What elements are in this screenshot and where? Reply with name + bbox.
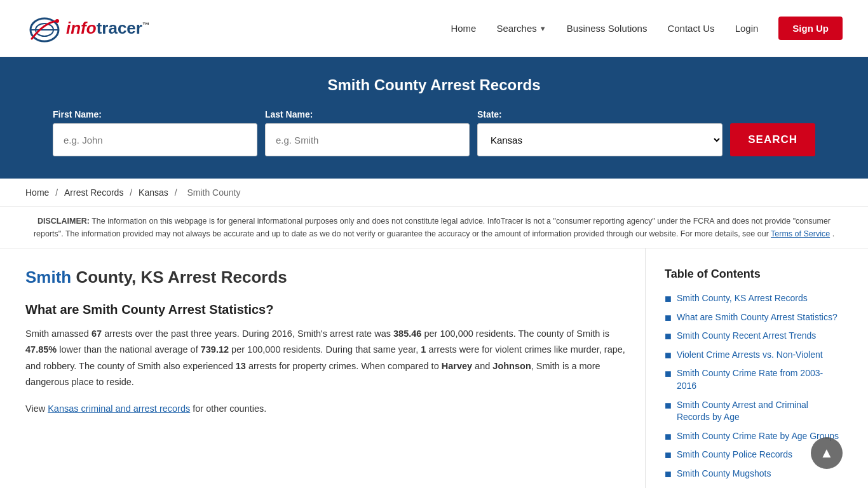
main-content: Smith County, KS Arrest Records What are… [0,248,868,488]
kansas-records-link[interactable]: Kansas criminal and arrest records [48,403,190,414]
stats-paragraph: Smith amassed 67 arrests over the past t… [25,326,626,391]
search-form: First Name: Last Name: State: Kansas Ala… [53,109,815,156]
toc-item: ■ What are Smith County Arrest Statistic… [665,311,843,324]
disclaimer-text: The information on this webpage is for g… [34,217,831,238]
chevron-down-icon: ▼ [539,25,546,32]
p1-bold4: 739.12 [201,344,229,355]
p1-text7: arrests for property crimes. When compar… [246,361,442,371]
p1-text1: Smith amassed [25,329,92,339]
last-name-label: Last Name: [265,109,470,119]
toc-item: ■ Smith County, KS Arrest Records [665,292,843,305]
last-name-input[interactable] [265,123,470,156]
logo-icon [25,10,64,48]
p1-text3: per 100,000 residents. The county of Smi… [421,329,609,339]
toc-bullet-icon: ■ [665,468,672,480]
breadcrumb-sep1: / [55,187,60,198]
nav-contact[interactable]: Contact Us [667,23,714,34]
toc-item: ■ Smith County Arrest and Criminal Recor… [665,399,843,424]
header: infotracer™ Home Searches ▼ Business Sol… [0,0,868,57]
p1-bold2: 385.46 [393,329,421,339]
toc-bullet-icon: ■ [665,293,672,304]
p1-bold8: Johnson [492,361,531,371]
logo-label: infotracer™ [66,18,149,38]
toc-bullet-icon: ■ [665,312,672,323]
search-button[interactable]: SEARCH [730,123,815,156]
last-name-group: Last Name: [265,109,470,156]
article-title-highlight: Smith [25,268,71,287]
toc-link[interactable]: Smith County Crime Rate from 2003-2016 [677,367,843,392]
toc-item: ■ Smith County Crime Rate from 2003-2016 [665,367,843,392]
toc-title: Table of Contents [665,268,843,281]
disclaimer-label: DISCLAIMER: [37,217,90,226]
p1-text4: lower than the national average of [57,344,201,355]
breadcrumb-sep3: / [175,187,180,198]
breadcrumb-arrest-records[interactable]: Arrest Records [64,187,123,198]
view-suffix: for other counties. [190,403,266,414]
toc-bullet-icon: ■ [665,349,672,361]
p1-bold1: 67 [92,329,102,339]
toc-link[interactable]: Smith County Recent Arrest Trends [677,330,816,342]
toc-bullet-icon: ■ [665,368,672,379]
main-nav: Home Searches ▼ Business Solutions Conta… [451,17,843,40]
view-link-paragraph: View Kansas criminal and arrest records … [25,401,626,417]
breadcrumb-home[interactable]: Home [25,187,49,198]
disclaimer: DISCLAIMER: The information on this webp… [0,207,868,248]
state-label: State: [477,109,722,119]
article-title-rest: County, KS Arrest Records [71,268,287,287]
nav-home[interactable]: Home [451,23,476,34]
nav-searches-link[interactable]: Searches [496,23,536,34]
view-prefix: View [25,403,48,414]
state-select[interactable]: Kansas Alabama Alaska Arizona California… [477,123,722,156]
first-name-input[interactable] [53,123,257,156]
signup-button[interactable]: Sign Up [778,17,843,40]
p1-bold7: Harvey [442,361,472,371]
disclaimer-suffix: . [832,229,834,238]
toc-link[interactable]: Smith County, KS Arrest Records [677,292,808,305]
p1-text8: and [472,361,492,371]
toc-bullet-icon: ■ [665,330,672,342]
toc-link[interactable]: Smith County Crime Rate by Age Groups [677,430,839,443]
p1-text5: per 100,000 residents. During that same … [229,344,421,355]
svg-point-3 [55,19,59,23]
toc-link[interactable]: Violent Crime Arrests vs. Non-Violent [677,349,823,362]
toc-item: ■ Violent Crime Arrests vs. Non-Violent [665,349,843,362]
toc-link[interactable]: Smith County Police Records [677,449,792,461]
first-name-label: First Name: [53,109,257,119]
toc-link[interactable]: Smith County Arrest and Criminal Records… [677,399,843,424]
p1-bold3: 47.85% [25,344,57,355]
breadcrumb-sep2: / [130,187,135,198]
login-button[interactable]: Login [735,23,759,34]
toc-bullet-icon: ■ [665,400,672,411]
article-title: Smith County, KS Arrest Records [25,268,626,287]
breadcrumb: Home / Arrest Records / Kansas / Smith C… [0,179,868,207]
toc-item: ■ Smith County Recent Arrest Trends [665,330,843,342]
hero-title: Smith County Arrest Records [25,76,843,94]
toc-item: ■ Smith County Mugshots [665,468,843,480]
p1-bold6: 13 [236,361,246,371]
first-name-group: First Name: [53,109,257,156]
p1-text2: arrests over the past three years. Durin… [102,329,393,339]
scroll-to-top-button[interactable]: ▲ [811,437,843,469]
logo: infotracer™ [25,10,149,48]
stats-heading: What are Smith County Arrest Statistics? [25,302,626,317]
toc-bullet-icon: ■ [665,449,672,461]
toc-link[interactable]: Smith County Mugshots [677,468,771,480]
breadcrumb-smith-county: Smith County [187,187,240,198]
state-group: State: Kansas Alabama Alaska Arizona Cal… [477,109,722,156]
hero-section: Smith County Arrest Records First Name: … [0,57,868,179]
breadcrumb-kansas[interactable]: Kansas [139,187,168,198]
nav-business[interactable]: Business Solutions [567,23,648,34]
nav-searches[interactable]: Searches ▼ [496,23,546,34]
toc-bullet-icon: ■ [665,431,672,442]
toc-link[interactable]: What are Smith County Arrest Statistics? [677,311,837,324]
tos-link[interactable]: Terms of Service [771,229,830,238]
article: Smith County, KS Arrest Records What are… [25,248,646,488]
